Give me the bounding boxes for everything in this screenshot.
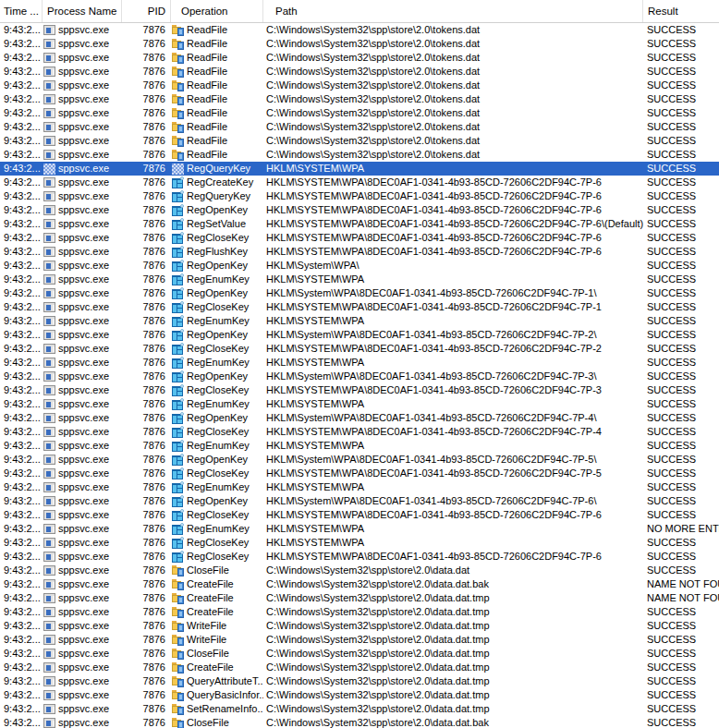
table-row[interactable]: 9:43:2...sppsvc.exe7876RegCloseKeyHKLM\S… [0, 300, 719, 314]
table-row[interactable]: 9:43:2...sppsvc.exe7876RegCreateKeyHKLM\… [0, 176, 719, 189]
operation-name: CreateFile [187, 577, 234, 591]
app-window-icon [43, 718, 55, 728]
column-header-time[interactable]: Time ... [0, 0, 43, 22]
table-row[interactable]: 9:43:2...sppsvc.exe7876RegEnumKeyHKLM\SY… [0, 480, 719, 494]
operation-cell: RegCloseKey [171, 342, 263, 356]
process-name: sppsvc.exe [58, 273, 109, 286]
result-cell: SUCCESS [643, 370, 719, 383]
table-row[interactable]: 9:43:2...sppsvc.exe7876WriteFileC:\Windo… [0, 619, 719, 633]
time-cell: 9:43:2... [0, 231, 43, 245]
result-cell: SUCCESS [643, 286, 719, 300]
path-cell: C:\Windows\System32\spp\store\2.0\data.d… [263, 661, 643, 674]
registry-icon [172, 316, 184, 327]
table-row[interactable]: 9:43:2...sppsvc.exe7876RegCloseKeyHKLM\S… [0, 467, 719, 480]
table-row[interactable]: 9:43:2...sppsvc.exe7876RegEnumKeyHKLM\SY… [0, 273, 719, 286]
table-row[interactable]: 9:43:2...sppsvc.exe7876CreateFileC:\Wind… [0, 661, 719, 674]
process-cell: sppsvc.exe [43, 619, 122, 633]
table-row[interactable]: 9:43:2...sppsvc.exe7876RegOpenKeyHKLM\Sy… [0, 259, 719, 273]
table-row[interactable]: 9:43:2...sppsvc.exe7876RegSetValueHKLM\S… [0, 217, 719, 231]
table-row[interactable]: 9:43:2...sppsvc.exe7876RegQueryKeyHKLM\S… [0, 162, 719, 176]
column-header-operation[interactable]: Operation [171, 0, 263, 22]
operation-cell: ReadFile [171, 37, 263, 51]
table-row[interactable]: 9:43:2...sppsvc.exe7876RegEnumKeyHKLM\SY… [0, 356, 719, 370]
table-row[interactable]: 9:43:2...sppsvc.exe7876CloseFileC:\Windo… [0, 564, 719, 577]
table-row[interactable]: 9:43:2...sppsvc.exe7876RegCloseKeyHKLM\S… [0, 550, 719, 564]
table-row[interactable]: 9:43:2...sppsvc.exe7876ReadFileC:\Window… [0, 65, 719, 79]
table-row[interactable]: 9:43:2...sppsvc.exe7876RegCloseKeyHKLM\S… [0, 342, 719, 356]
table-row[interactable]: 9:43:2...sppsvc.exe7876QueryBasicInfor..… [0, 688, 719, 702]
path-cell: HKLM\SYSTEM\WPA [263, 273, 643, 286]
table-row[interactable]: 9:43:2...sppsvc.exe7876ReadFileC:\Window… [0, 51, 719, 65]
column-header-path[interactable]: Path [263, 0, 643, 22]
table-row[interactable]: 9:43:2...sppsvc.exe7876ReadFileC:\Window… [0, 37, 719, 51]
app-window-icon [43, 205, 55, 216]
table-row[interactable]: 9:43:2...sppsvc.exe7876RegEnumKeyHKLM\SY… [0, 439, 719, 453]
process-name: sppsvc.exe [58, 577, 109, 591]
app-window-icon [43, 635, 55, 646]
operation-name: CreateFile [187, 591, 234, 605]
pid-cell: 7876 [122, 148, 171, 162]
table-row[interactable]: 9:43:2...sppsvc.exe7876ReadFileC:\Window… [0, 79, 719, 92]
table-row[interactable]: 9:43:2...sppsvc.exe7876CreateFileC:\Wind… [0, 577, 719, 591]
process-cell: sppsvc.exe [43, 259, 122, 273]
table-row[interactable]: 9:43:2...sppsvc.exe7876RegCloseKeyHKLM\S… [0, 383, 719, 397]
process-cell: sppsvc.exe [43, 716, 122, 728]
operation-cell: RegEnumKey [171, 397, 263, 411]
process-name: sppsvc.exe [58, 550, 109, 564]
table-row[interactable]: 9:43:2...sppsvc.exe7876RegCloseKeyHKLM\S… [0, 508, 719, 522]
table-row[interactable]: 9:43:2...sppsvc.exe7876ReadFileC:\Window… [0, 106, 719, 120]
result-cell: SUCCESS [643, 120, 719, 134]
table-row[interactable]: 9:43:2...sppsvc.exe7876RegOpenKeyHKLM\Sy… [0, 411, 719, 425]
table-row[interactable]: 9:43:2...sppsvc.exe7876RegCloseKeyHKLM\S… [0, 231, 719, 245]
table-row[interactable]: 9:43:2...sppsvc.exe7876RegOpenKeyHKLM\Sy… [0, 370, 719, 383]
table-row[interactable]: 9:43:2...sppsvc.exe7876RegEnumKeyHKLM\SY… [0, 522, 719, 536]
pid-cell: 7876 [122, 79, 171, 92]
registry-icon [172, 538, 184, 549]
table-row[interactable]: 9:43:2...sppsvc.exe7876RegEnumKeyHKLM\SY… [0, 314, 719, 328]
time-cell: 9:43:2... [0, 189, 43, 203]
pid-cell: 7876 [122, 189, 171, 203]
table-row[interactable]: 9:43:2...sppsvc.exe7876RegCloseKeyHKLM\S… [0, 425, 719, 439]
table-row[interactable]: 9:43:2...sppsvc.exe7876RegOpenKeyHKLM\Sy… [0, 494, 719, 508]
result-cell: SUCCESS [643, 480, 719, 494]
table-row[interactable]: 9:43:2...sppsvc.exe7876ReadFileC:\Window… [0, 92, 719, 106]
folder-file-icon [172, 635, 184, 646]
column-header-result[interactable]: Result [643, 0, 719, 22]
folder-file-icon [172, 80, 184, 91]
operation-name: RegOpenKey [187, 494, 248, 508]
time-cell: 9:43:2... [0, 397, 43, 411]
time-cell: 9:43:2... [0, 314, 43, 328]
table-row[interactable]: 9:43:2...sppsvc.exe7876RegOpenKeyHKLM\Sy… [0, 453, 719, 467]
table-row[interactable]: 9:43:2...sppsvc.exe7876CreateFileC:\Wind… [0, 605, 719, 619]
result-cell: SUCCESS [643, 273, 719, 286]
app-window-icon [43, 80, 55, 91]
table-row[interactable]: 9:43:2...sppsvc.exe7876RegOpenKeyHKLM\Sy… [0, 286, 719, 300]
operation-cell: RegCreateKey [171, 176, 263, 189]
table-row[interactable]: 9:43:2...sppsvc.exe7876RegOpenKeyHKLM\SY… [0, 203, 719, 217]
result-cell: SUCCESS [643, 453, 719, 467]
column-header-pid[interactable]: PID [122, 0, 171, 22]
pid-cell: 7876 [122, 23, 171, 37]
path-cell: C:\Windows\System32\spp\store\2.0\tokens… [263, 148, 643, 162]
table-row[interactable]: 9:43:2...sppsvc.exe7876RegEnumKeyHKLM\SY… [0, 397, 719, 411]
result-cell: SUCCESS [643, 328, 719, 342]
table-row[interactable]: 9:43:2...sppsvc.exe7876RegOpenKeyHKLM\Sy… [0, 328, 719, 342]
table-row[interactable]: 9:43:2...sppsvc.exe7876SetRenameInfo...C… [0, 702, 719, 716]
table-row[interactable]: 9:43:2...sppsvc.exe7876RegFlushKeyHKLM\S… [0, 245, 719, 259]
table-row[interactable]: 9:43:2...sppsvc.exe7876CloseFileC:\Windo… [0, 716, 719, 728]
column-header-process[interactable]: Process Name [43, 0, 122, 22]
table-row[interactable]: 9:43:2...sppsvc.exe7876ReadFileC:\Window… [0, 120, 719, 134]
operation-cell: RegCloseKey [171, 508, 263, 522]
process-cell: sppsvc.exe [43, 633, 122, 647]
table-row[interactable]: 9:43:2...sppsvc.exe7876ReadFileC:\Window… [0, 148, 719, 162]
table-row[interactable]: 9:43:2...sppsvc.exe7876RegQueryKeyHKLM\S… [0, 189, 719, 203]
table-row[interactable]: 9:43:2...sppsvc.exe7876CreateFileC:\Wind… [0, 591, 719, 605]
table-row[interactable]: 9:43:2...sppsvc.exe7876CloseFileC:\Windo… [0, 647, 719, 661]
operation-name: CreateFile [187, 605, 234, 619]
table-row[interactable]: 9:43:2...sppsvc.exe7876WriteFileC:\Windo… [0, 633, 719, 647]
table-row[interactable]: 9:43:2...sppsvc.exe7876ReadFileC:\Window… [0, 134, 719, 148]
table-row[interactable]: 9:43:2...sppsvc.exe7876ReadFileC:\Window… [0, 23, 719, 37]
table-row[interactable]: 9:43:2...sppsvc.exe7876RegCloseKeyHKLM\S… [0, 536, 719, 550]
table-row[interactable]: 9:43:2...sppsvc.exe7876QueryAttributeT..… [0, 674, 719, 688]
result-cell: SUCCESS [643, 176, 719, 189]
